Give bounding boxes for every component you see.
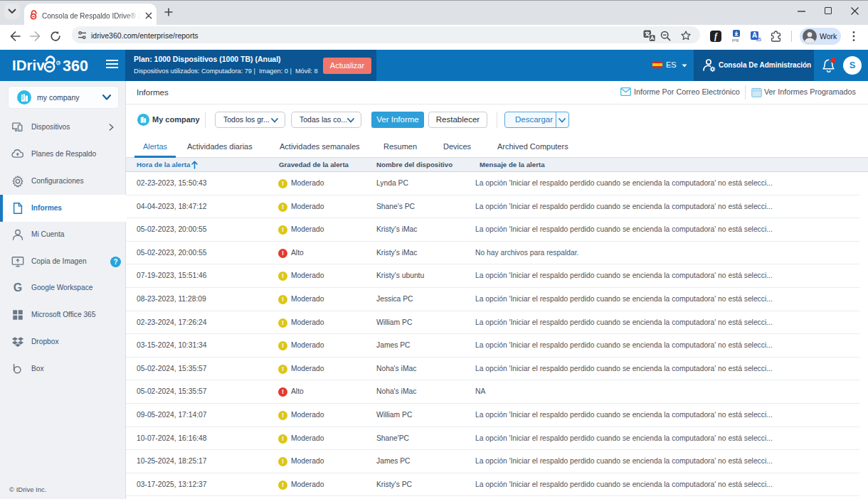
svg-text:R: R <box>57 60 60 65</box>
svg-text:360: 360 <box>63 58 88 75</box>
svg-text:IDriv: IDriv <box>12 57 45 73</box>
